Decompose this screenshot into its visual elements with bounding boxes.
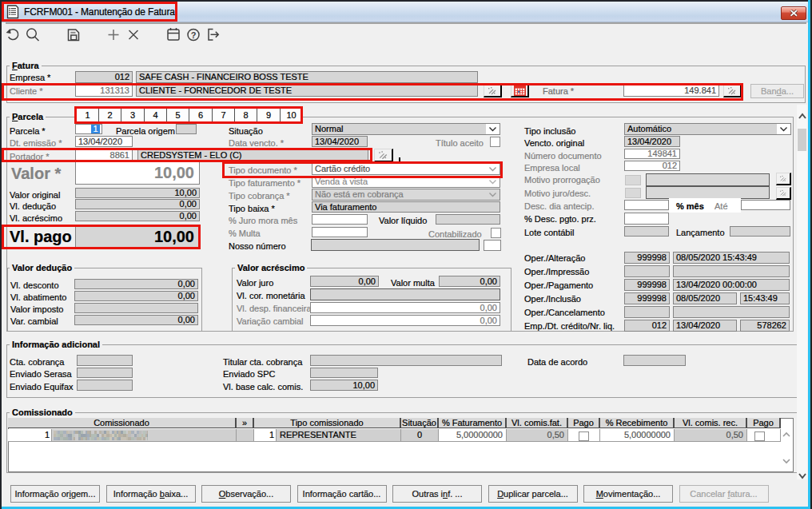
svg-text:?: ? [191, 30, 197, 40]
